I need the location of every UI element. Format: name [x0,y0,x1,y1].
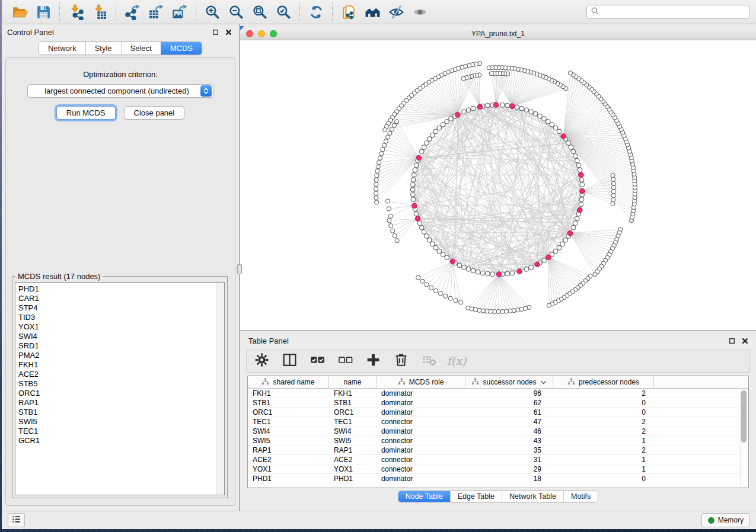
table-scrollbar-thumb[interactable] [741,390,747,443]
tab-motifs[interactable]: Motifs [563,491,598,502]
zoom-fit-button[interactable] [248,1,272,23]
mcds-result-item[interactable]: STP4 [18,303,224,313]
close-panel-icon[interactable] [225,29,232,36]
table-cell: connector [377,456,465,464]
toolbar-separator [59,3,60,21]
tab-edge-table[interactable]: Edge Table [450,491,502,502]
import-table-button[interactable] [88,1,111,23]
mcds-result-list[interactable]: PHD1CAR1STP4TID3YOX1SWI4SRD1PMA2FKH1ACE2… [15,282,225,495]
network-overview-button[interactable] [361,1,384,23]
zoom-in-icon [205,4,221,20]
mcds-result-item[interactable]: TEC1 [18,427,224,436]
sort-chevron-icon[interactable] [540,378,547,386]
export-table-button[interactable] [144,1,168,23]
tab-select[interactable]: Select [121,42,161,55]
table-scrollbar[interactable] [740,389,748,487]
table-cell: 0 [553,399,654,407]
mcds-result-item[interactable]: ACE2 [18,370,224,379]
panel-splitter-grip[interactable] [237,264,242,274]
table-cell: FKH1 [329,389,377,398]
mcds-result-item[interactable]: TID3 [18,313,224,322]
network-canvas[interactable] [240,40,755,330]
network-window-titlebar[interactable]: YPA_prune.txt_1 [240,27,756,40]
memory-status-icon [708,517,714,524]
delete-columns-button[interactable] [393,353,409,368]
mcds-result-item[interactable]: YOX1 [18,322,224,332]
mcds-result-item[interactable]: PMA2 [18,351,224,360]
table-cell: dominator [377,389,465,398]
mcds-result-item[interactable]: GCR1 [18,436,224,446]
frame-corner-marker [240,26,244,30]
mcds-result-group: MCDS result (17 nodes) PHD1CAR1STP4TID3Y… [12,276,228,498]
export-image-button[interactable] [168,1,192,23]
column-header-MCDS-role[interactable]: MCDS role [377,376,465,388]
table-cell: 43 [465,437,553,445]
table-row[interactable]: SWI5SWI5connector431 [248,436,748,446]
table-cell: 61 [465,408,553,416]
zoom-in-button[interactable] [200,1,224,23]
mcds-result-item[interactable]: PHD1 [18,284,224,294]
table-cell: SWI4 [329,427,377,435]
mcds-result-item[interactable]: SRD1 [18,341,224,351]
open-file-icon [12,4,28,20]
refresh-layout-button[interactable] [304,1,328,23]
import-network-button[interactable] [64,1,88,23]
save-session-button[interactable] [31,1,55,23]
table-row[interactable]: FKH1FKH1dominator962 [248,389,748,398]
memory-button[interactable]: Memory [701,513,750,527]
dropdown-stepper-icon [200,85,212,97]
mcds-tab-content: Optimization criterion: largest connecte… [5,57,235,506]
close-panel-button[interactable]: Close panel [124,106,185,120]
column-header-predecessor-nodes[interactable]: predecessor nodes [553,376,654,388]
close-table-panel-icon[interactable] [742,338,748,344]
mcds-result-item[interactable]: SWI5 [18,417,224,427]
table-settings-button[interactable] [254,353,269,368]
toggle-column-pane-button[interactable] [282,353,297,368]
mcds-result-item[interactable]: RAP1 [18,398,224,408]
mcds-result-item[interactable]: FKH1 [18,360,224,370]
tab-network-table[interactable]: Network Table [502,491,563,502]
column-header-successor-nodes[interactable]: successor nodes [465,376,553,388]
table-row[interactable]: STB1STB1dominator620 [248,398,748,408]
mcds-list-scrollbar[interactable] [216,283,224,495]
tab-node-table[interactable]: Node Table [398,491,450,502]
mcds-result-item[interactable]: STB1 [18,408,224,417]
mcds-result-item[interactable]: SWI4 [18,332,224,341]
table-cell: dominator [377,399,465,407]
column-header-shared-name[interactable]: shared name [248,376,329,388]
mcds-result-item[interactable]: STB5 [18,379,224,389]
hide-selected-button[interactable] [384,1,408,23]
add-column-button[interactable] [365,353,381,368]
table-row[interactable]: RAP1RAP1dominator352 [248,446,748,455]
mcds-result-item[interactable]: ORC1 [18,389,224,398]
open-file-button[interactable] [8,1,31,23]
table-row[interactable]: ACE2ACE2connector311 [248,455,748,464]
float-panel-icon[interactable] [212,29,219,36]
zoom-selected-icon [276,4,292,20]
memory-label: Memory [718,516,744,524]
mcds-result-item[interactable]: CAR1 [18,294,224,303]
column-header-name[interactable]: name [329,376,377,388]
table-row[interactable]: TEC1TEC1connector472 [248,417,748,427]
search-input[interactable] [602,8,745,16]
tab-style[interactable]: Style [85,42,121,55]
table-row[interactable]: YOX1YOX1connector291 [248,464,748,474]
zoom-selected-button[interactable] [272,1,295,23]
right-region: YPA_prune.txt_1 Table Panel [239,24,756,511]
tab-mcds[interactable]: MCDS [161,42,202,55]
table-row[interactable]: ORC1ORC1dominator610 [248,408,748,417]
table-row[interactable]: SWI4SWI4dominator462 [248,427,748,436]
node-table: shared namenameMCDS rolesuccessor nodesp… [247,376,749,488]
float-table-panel-icon[interactable] [729,338,735,344]
tab-network[interactable]: Network [39,42,85,55]
run-mcds-button[interactable]: Run MCDS [56,106,116,120]
zoom-out-button[interactable] [224,1,248,23]
panels-menu-button[interactable] [8,513,25,527]
deselect-all-rows-button[interactable] [337,353,353,368]
search-field[interactable] [586,5,750,19]
table-row[interactable]: PHD1PHD1dominator180 [248,474,748,483]
criterion-dropdown[interactable]: largest connected component (undirected) [27,84,213,98]
clone-network-button[interactable] [337,1,361,23]
export-network-button[interactable] [120,1,144,23]
select-all-rows-button[interactable] [310,353,325,368]
